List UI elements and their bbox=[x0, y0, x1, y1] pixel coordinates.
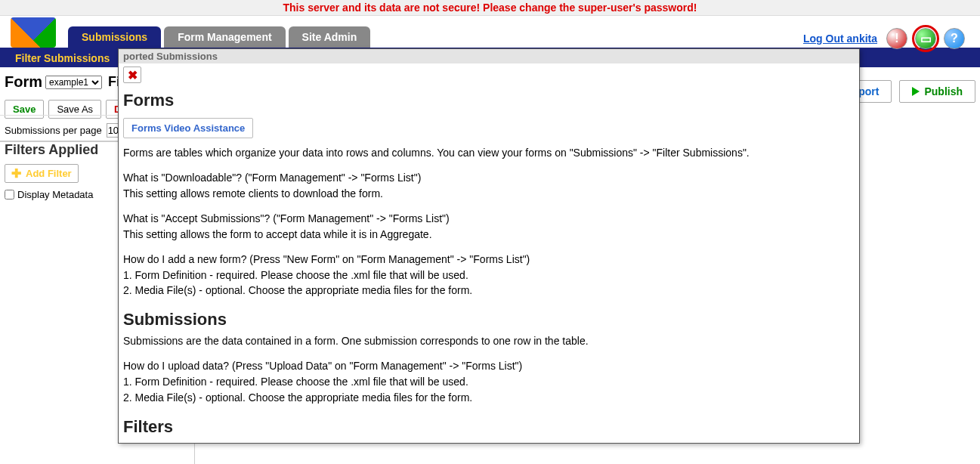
publish-button[interactable]: Publish bbox=[899, 80, 975, 103]
alert-icon[interactable]: ! bbox=[886, 28, 907, 49]
top-band: Submissions Form Management Site Admin L… bbox=[0, 16, 980, 49]
tab-site-admin[interactable]: Site Admin bbox=[289, 26, 371, 48]
help-icon[interactable]: ? bbox=[944, 28, 965, 49]
highlighted-help-ring: ▭ bbox=[912, 25, 939, 52]
forms-video-link[interactable]: Forms Video Assistance bbox=[123, 118, 253, 139]
forms-heading: Forms bbox=[123, 89, 852, 112]
save-button[interactable]: Save bbox=[5, 100, 44, 119]
plus-icon: ✚ bbox=[11, 169, 21, 179]
docs-icon[interactable]: ▭ bbox=[915, 28, 936, 49]
form-select[interactable]: example1 bbox=[45, 76, 102, 89]
app-logo bbox=[11, 17, 56, 48]
downloadable-q: What is "Downloadable"? ("Form Managemen… bbox=[123, 171, 852, 185]
main-tabs: Submissions Form Management Site Admin bbox=[68, 26, 373, 48]
tab-form-management[interactable]: Form Management bbox=[164, 26, 285, 48]
dialog-close-button[interactable]: ✖ bbox=[123, 67, 141, 83]
dialog-body[interactable]: Forms Forms Video Assistance Forms are t… bbox=[119, 86, 859, 203]
save-as-button[interactable]: Save As bbox=[48, 100, 101, 119]
help-dialog: ported Submissions ✖ Forms Forms Video A… bbox=[118, 48, 860, 203]
security-warning: This server and its data are not secure!… bbox=[0, 0, 980, 16]
subnav-filter-submissions[interactable]: Filter Submissions bbox=[6, 51, 119, 66]
dialog-title-bar: ported Submissions bbox=[119, 49, 859, 63]
logout-link[interactable]: Log Out ankita bbox=[803, 32, 877, 45]
forms-intro: Forms are tables which organize your dat… bbox=[123, 146, 852, 160]
per-page-label: Submissions per page bbox=[5, 125, 102, 136]
form-label: Form bbox=[5, 73, 42, 91]
add-filter-button[interactable]: ✚Add Filter bbox=[5, 164, 79, 183]
arrow-right-icon bbox=[912, 87, 920, 96]
display-metadata-label: Display Metadata bbox=[17, 189, 93, 200]
downloadable-a: This setting allows remote clients to do… bbox=[123, 187, 852, 201]
tab-submissions[interactable]: Submissions bbox=[68, 26, 161, 48]
display-metadata-checkbox[interactable] bbox=[5, 190, 14, 200]
